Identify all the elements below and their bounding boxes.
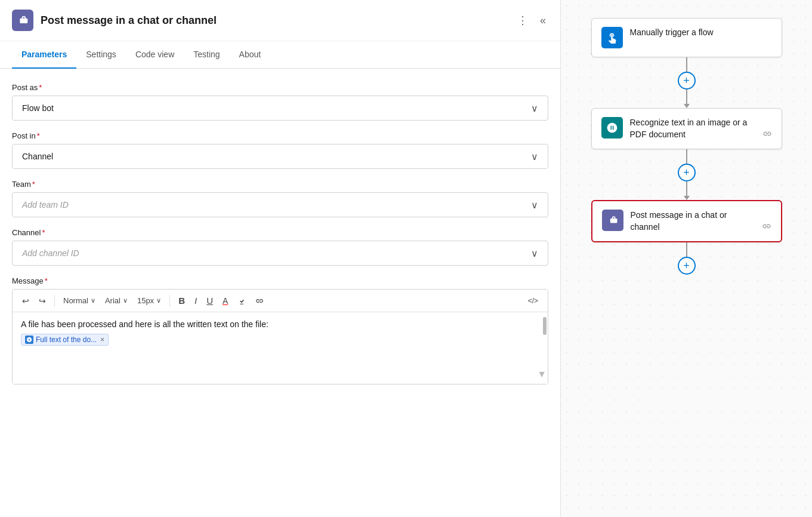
highlight-button[interactable] <box>234 294 249 307</box>
connector-arrow-2 <box>684 196 690 200</box>
left-panel: Post message in a chat or channel ⋮ « Pa… <box>0 0 561 517</box>
channel-field: Channel* Add channel ID ∨ <box>12 228 548 266</box>
dynamic-tag-container: Full text of the do... × <box>21 334 539 346</box>
italic-button[interactable]: I <box>191 293 200 308</box>
post-as-label: Post as* <box>12 83 548 92</box>
panel-title: Post message in a chat or channel <box>41 14 515 27</box>
post-as-field: Post as* Flow bot ∨ <box>12 83 548 121</box>
tab-settings[interactable]: Settings <box>76 41 126 69</box>
size-select[interactable]: 15px ∨ <box>134 294 165 307</box>
tab-testing[interactable]: Testing <box>184 41 229 69</box>
underline-button[interactable]: U <box>203 293 217 308</box>
ocr-icon <box>601 117 623 139</box>
redo-button[interactable]: ↪ <box>35 294 50 308</box>
connector-line-5 <box>686 242 687 257</box>
ocr-node-label: Recognize text in an image or a PDF docu… <box>630 117 755 140</box>
size-chevron-icon: ∨ <box>156 297 161 304</box>
link-button[interactable] <box>252 294 267 307</box>
team-select[interactable]: Add team ID ∨ <box>12 192 548 217</box>
channel-chevron-icon: ∨ <box>531 248 538 259</box>
form-content: Post as* Flow bot ∨ Post in* Channel ∨ T… <box>0 69 560 399</box>
trigger-icon <box>601 27 623 48</box>
connector-3: + <box>678 242 696 275</box>
font-chevron-icon: ∨ <box>123 297 128 304</box>
tag-icon <box>25 336 33 344</box>
post-in-field: Post in* Channel ∨ <box>12 131 548 169</box>
post-in-label: Post in* <box>12 131 548 140</box>
collapse-button[interactable]: « <box>538 12 548 29</box>
tab-about[interactable]: About <box>230 41 271 69</box>
font-select[interactable]: Arial ∨ <box>101 294 131 307</box>
team-field: Team* Add team ID ∨ <box>12 180 548 217</box>
tab-parameters[interactable]: Parameters <box>12 41 76 69</box>
post-in-select[interactable]: Channel ∨ <box>12 144 548 169</box>
post-message-link-icon[interactable] <box>762 221 771 233</box>
flow-node-ocr[interactable]: Recognize text in an image or a PDF docu… <box>591 108 782 149</box>
editor-toolbar: ↩ ↪ Normal ∨ Arial ∨ 15px ∨ <box>13 290 548 312</box>
style-chevron-icon: ∨ <box>91 297 95 304</box>
font-color-button[interactable]: A <box>219 294 231 308</box>
trigger-node-label: Manually trigger a flow <box>630 27 772 39</box>
message-label: Message* <box>12 276 548 285</box>
header-actions: ⋮ « <box>515 11 548 29</box>
post-in-chevron-icon: ∨ <box>531 151 538 162</box>
message-field: Message* ↩ ↪ Normal ∨ Arial ∨ <box>12 276 548 384</box>
message-editor: ↩ ↪ Normal ∨ Arial ∨ 15px ∨ <box>12 289 548 384</box>
teams-icon <box>12 10 33 31</box>
post-as-select[interactable]: Flow bot ∨ <box>12 96 548 121</box>
connector-1: + <box>678 57 696 108</box>
connector-line-1 <box>686 57 687 72</box>
tab-bar: Parameters Settings Code view Testing Ab… <box>0 41 560 69</box>
channel-label: Channel* <box>12 228 548 237</box>
tag-close-button[interactable]: × <box>100 336 104 344</box>
editor-text: A file has been processed and here is al… <box>21 319 539 329</box>
ocr-link-icon[interactable] <box>762 129 772 140</box>
channel-select[interactable]: Add channel ID ∨ <box>12 241 548 266</box>
connector-line-4 <box>686 181 687 196</box>
action-header: Post message in a chat or channel ⋮ « <box>0 0 560 41</box>
flow-canvas: Manually trigger a flow + Recognize text… <box>585 18 788 275</box>
dynamic-tag: Full text of the do... × <box>21 334 109 346</box>
add-step-button-3[interactable]: + <box>678 257 696 275</box>
scrollbar-thumb[interactable] <box>543 317 547 335</box>
toolbar-divider-2 <box>169 295 170 307</box>
undo-button[interactable]: ↩ <box>18 294 33 308</box>
team-label: Team* <box>12 180 548 189</box>
connector-arrow-1 <box>684 104 690 108</box>
flow-node-trigger[interactable]: Manually trigger a flow <box>591 18 782 57</box>
editor-body[interactable]: A file has been processed and here is al… <box>13 312 548 384</box>
add-step-button-2[interactable]: + <box>678 164 696 181</box>
add-step-button-1[interactable]: + <box>678 72 696 90</box>
team-chevron-icon: ∨ <box>531 199 538 211</box>
post-message-node-label: Post message in a chat or channel <box>631 210 755 233</box>
flow-node-post-message[interactable]: Post message in a chat or channel <box>591 200 782 242</box>
style-select[interactable]: Normal ∨ <box>60 294 99 307</box>
scroll-down-indicator: ▼ <box>537 370 547 379</box>
teams-post-icon <box>602 210 623 231</box>
post-as-chevron-icon: ∨ <box>531 103 538 114</box>
right-panel: Manually trigger a flow + Recognize text… <box>561 0 812 517</box>
tag-label: Full text of the do... <box>36 336 97 344</box>
bold-button[interactable]: B <box>175 293 189 308</box>
connector-line-3 <box>686 149 687 164</box>
connector-line-2 <box>686 90 687 104</box>
code-view-button[interactable]: </> <box>524 294 542 307</box>
more-options-button[interactable]: ⋮ <box>515 11 530 29</box>
connector-2: + <box>678 149 696 200</box>
tab-code-view[interactable]: Code view <box>126 41 184 69</box>
toolbar-divider-1 <box>54 295 55 307</box>
